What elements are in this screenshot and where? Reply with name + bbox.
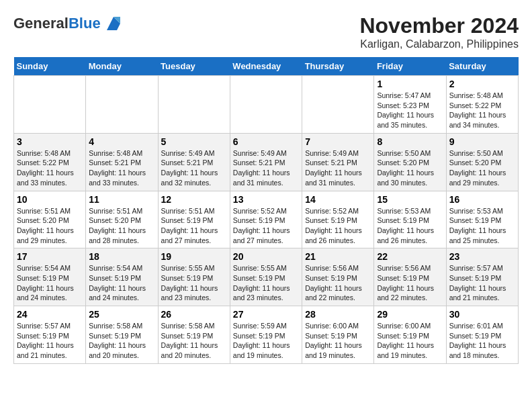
day-number: 10 (17, 194, 83, 205)
calendar-cell: 16Sunrise: 5:53 AMSunset: 5:19 PMDayligh… (446, 191, 518, 248)
calendar-cell: 12Sunrise: 5:51 AMSunset: 5:19 PMDayligh… (158, 191, 230, 248)
calendar-cell: 10Sunrise: 5:51 AMSunset: 5:20 PMDayligh… (14, 191, 86, 248)
day-number: 23 (449, 251, 515, 262)
page-header: GeneralBlue November 2024 Karligan, Cala… (13, 13, 519, 50)
calendar-cell: 20Sunrise: 5:55 AMSunset: 5:19 PMDayligh… (230, 248, 302, 306)
calendar-cell: 11Sunrise: 5:51 AMSunset: 5:20 PMDayligh… (86, 191, 158, 248)
day-info: Sunrise: 5:50 AMSunset: 5:20 PMDaylight:… (449, 148, 515, 188)
calendar-cell: 8Sunrise: 5:50 AMSunset: 5:20 PMDaylight… (374, 133, 446, 191)
day-number: 3 (17, 136, 83, 147)
calendar-cell: 19Sunrise: 5:55 AMSunset: 5:19 PMDayligh… (158, 248, 230, 306)
day-number: 25 (89, 309, 154, 320)
day-info: Sunrise: 5:56 AMSunset: 5:19 PMDaylight:… (305, 263, 371, 303)
calendar-cell: 15Sunrise: 5:53 AMSunset: 5:19 PMDayligh… (374, 191, 446, 248)
calendar-cell: 6Sunrise: 5:49 AMSunset: 5:21 PMDaylight… (230, 133, 302, 191)
calendar-cell (14, 76, 86, 134)
calendar-cell (158, 76, 230, 134)
day-info: Sunrise: 6:01 AMSunset: 5:19 PMDaylight:… (449, 321, 515, 361)
calendar-cell: 21Sunrise: 5:56 AMSunset: 5:19 PMDayligh… (302, 248, 374, 306)
day-info: Sunrise: 5:49 AMSunset: 5:21 PMDaylight:… (161, 148, 227, 188)
day-info: Sunrise: 5:52 AMSunset: 5:19 PMDaylight:… (305, 206, 371, 246)
day-number: 1 (377, 79, 443, 89)
calendar-cell: 9Sunrise: 5:50 AMSunset: 5:20 PMDaylight… (446, 133, 518, 191)
day-info: Sunrise: 5:49 AMSunset: 5:21 PMDaylight:… (233, 148, 299, 188)
calendar-cell: 1Sunrise: 5:47 AMSunset: 5:23 PMDaylight… (374, 76, 446, 134)
day-info: Sunrise: 5:54 AMSunset: 5:19 PMDaylight:… (17, 263, 83, 303)
day-info: Sunrise: 5:55 AMSunset: 5:19 PMDaylight:… (161, 263, 227, 303)
calendar-cell: 4Sunrise: 5:48 AMSunset: 5:21 PMDaylight… (86, 133, 158, 191)
day-number: 14 (305, 194, 371, 205)
day-info: Sunrise: 5:51 AMSunset: 5:20 PMDaylight:… (17, 206, 83, 246)
title-area: November 2024 Karligan, Calabarzon, Phil… (359, 13, 519, 50)
day-info: Sunrise: 6:00 AMSunset: 5:19 PMDaylight:… (305, 321, 371, 361)
day-number: 4 (89, 136, 154, 147)
calendar-cell: 18Sunrise: 5:54 AMSunset: 5:19 PMDayligh… (86, 248, 158, 306)
day-number: 16 (449, 194, 515, 205)
page-subtitle: Karligan, Calabarzon, Philippines (359, 38, 519, 50)
calendar-cell (86, 76, 158, 134)
day-number: 13 (233, 194, 299, 205)
day-number: 19 (161, 251, 227, 262)
day-info: Sunrise: 5:48 AMSunset: 5:21 PMDaylight:… (89, 148, 154, 188)
page-title: November 2024 (359, 13, 519, 38)
day-info: Sunrise: 5:48 AMSunset: 5:22 PMDaylight:… (449, 91, 515, 130)
day-number: 18 (89, 251, 154, 262)
day-info: Sunrise: 5:51 AMSunset: 5:20 PMDaylight:… (89, 206, 154, 246)
day-info: Sunrise: 5:59 AMSunset: 5:19 PMDaylight:… (233, 321, 299, 361)
day-number: 21 (305, 251, 371, 262)
day-info: Sunrise: 5:51 AMSunset: 5:19 PMDaylight:… (161, 206, 227, 246)
day-number: 26 (161, 309, 227, 320)
day-number: 29 (377, 309, 443, 320)
week-row-3: 10Sunrise: 5:51 AMSunset: 5:20 PMDayligh… (14, 191, 519, 248)
calendar-cell: 26Sunrise: 5:58 AMSunset: 5:19 PMDayligh… (158, 306, 230, 364)
day-number: 28 (305, 309, 371, 320)
day-number: 2 (449, 79, 515, 89)
calendar-cell: 24Sunrise: 5:57 AMSunset: 5:19 PMDayligh… (14, 306, 86, 364)
day-number: 8 (377, 136, 443, 147)
header-sunday: Sunday (14, 57, 86, 76)
calendar-table: SundayMondayTuesdayWednesdayThursdayFrid… (13, 57, 519, 364)
header-wednesday: Wednesday (230, 57, 302, 76)
calendar-cell: 14Sunrise: 5:52 AMSunset: 5:19 PMDayligh… (302, 191, 374, 248)
day-info: Sunrise: 5:52 AMSunset: 5:19 PMDaylight:… (233, 206, 299, 246)
week-row-4: 17Sunrise: 5:54 AMSunset: 5:19 PMDayligh… (14, 248, 519, 306)
day-info: Sunrise: 5:53 AMSunset: 5:19 PMDaylight:… (377, 206, 443, 246)
day-info: Sunrise: 5:56 AMSunset: 5:19 PMDaylight:… (377, 263, 443, 303)
day-info: Sunrise: 5:47 AMSunset: 5:23 PMDaylight:… (377, 91, 443, 130)
logo-general: General (13, 15, 69, 32)
header-saturday: Saturday (446, 57, 518, 76)
day-info: Sunrise: 5:55 AMSunset: 5:19 PMDaylight:… (233, 263, 299, 303)
calendar-cell: 3Sunrise: 5:48 AMSunset: 5:22 PMDaylight… (14, 133, 86, 191)
day-number: 12 (161, 194, 227, 205)
calendar-header-row: SundayMondayTuesdayWednesdayThursdayFrid… (14, 57, 519, 76)
calendar-cell (302, 76, 374, 134)
day-number: 15 (377, 194, 443, 205)
day-number: 27 (233, 309, 299, 320)
week-row-1: 1Sunrise: 5:47 AMSunset: 5:23 PMDaylight… (14, 76, 519, 134)
header-thursday: Thursday (302, 57, 374, 76)
day-number: 6 (233, 136, 299, 147)
day-info: Sunrise: 5:49 AMSunset: 5:21 PMDaylight:… (305, 148, 371, 188)
day-number: 17 (17, 251, 83, 262)
calendar-cell: 30Sunrise: 6:01 AMSunset: 5:19 PMDayligh… (446, 306, 518, 364)
day-number: 9 (449, 136, 515, 147)
calendar-cell: 27Sunrise: 5:59 AMSunset: 5:19 PMDayligh… (230, 306, 302, 364)
day-info: Sunrise: 5:54 AMSunset: 5:19 PMDaylight:… (89, 263, 154, 303)
calendar-cell: 25Sunrise: 5:58 AMSunset: 5:19 PMDayligh… (86, 306, 158, 364)
logo-blue: Blue (69, 15, 101, 32)
week-row-5: 24Sunrise: 5:57 AMSunset: 5:19 PMDayligh… (14, 306, 519, 364)
day-info: Sunrise: 5:58 AMSunset: 5:19 PMDaylight:… (89, 321, 154, 361)
calendar-cell: 29Sunrise: 6:00 AMSunset: 5:19 PMDayligh… (374, 306, 446, 364)
header-tuesday: Tuesday (158, 57, 230, 76)
day-number: 5 (161, 136, 227, 147)
calendar-cell: 13Sunrise: 5:52 AMSunset: 5:19 PMDayligh… (230, 191, 302, 248)
week-row-2: 3Sunrise: 5:48 AMSunset: 5:22 PMDaylight… (14, 133, 519, 191)
calendar-cell (230, 76, 302, 134)
header-friday: Friday (374, 57, 446, 76)
day-number: 7 (305, 136, 371, 147)
calendar-cell: 5Sunrise: 5:49 AMSunset: 5:21 PMDaylight… (158, 133, 230, 191)
day-info: Sunrise: 5:53 AMSunset: 5:19 PMDaylight:… (449, 206, 515, 246)
day-number: 20 (233, 251, 299, 262)
day-number: 11 (89, 194, 154, 205)
day-number: 22 (377, 251, 443, 262)
